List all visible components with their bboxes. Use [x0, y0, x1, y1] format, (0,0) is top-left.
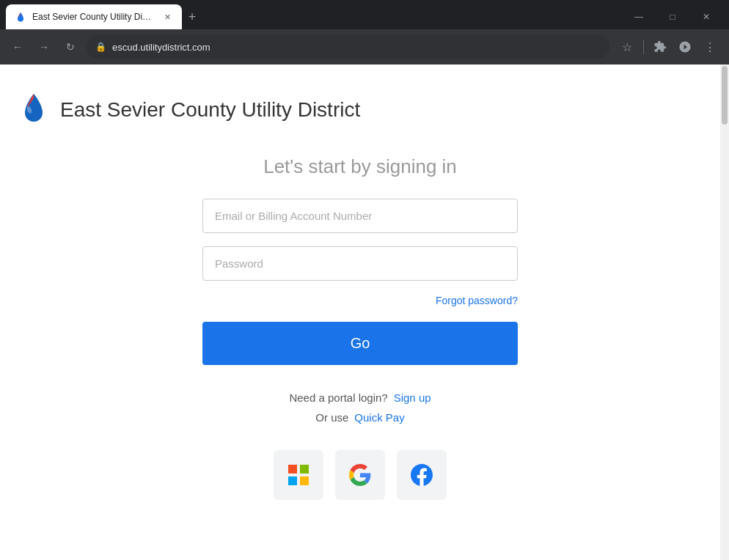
bookmark-button[interactable]: ☆ [615, 35, 639, 59]
toolbar-separator [643, 40, 644, 54]
tab-favicon [15, 11, 26, 23]
facebook-login-button[interactable] [397, 450, 447, 500]
microsoft-icon [288, 465, 309, 485]
water-drop-logo [18, 91, 50, 129]
page-content: East Sevier County Utility District Let'… [0, 65, 729, 560]
scrollbar[interactable] [720, 65, 729, 560]
signin-heading: Let's start by signing in [263, 155, 457, 178]
tab-bar: East Sevier County Utility Distri... ✕ +… [0, 0, 729, 29]
close-button[interactable]: ✕ [689, 2, 723, 32]
menu-button[interactable]: ⋮ [698, 35, 722, 59]
portal-text: Need a portal login? [289, 391, 387, 404]
signup-link[interactable]: Sign up [394, 391, 431, 404]
url-text: escud.utilitydistrict.com [112, 42, 210, 53]
window-controls: — □ ✕ [622, 2, 723, 32]
site-title: East Sevier County Utility District [60, 98, 360, 122]
forward-button[interactable]: → [34, 37, 54, 57]
email-input[interactable] [202, 199, 518, 233]
or-use-text: Or use [315, 411, 348, 424]
back-button[interactable]: ← [7, 37, 28, 57]
lock-icon: 🔒 [95, 42, 106, 52]
minimize-button[interactable]: — [622, 2, 656, 32]
login-container: Let's start by signing in Forgot passwor… [0, 141, 720, 522]
social-buttons [274, 450, 447, 500]
maximize-button[interactable]: □ [656, 2, 689, 32]
email-form-group [202, 199, 518, 233]
password-input[interactable] [202, 246, 518, 281]
portal-row: Need a portal login? Sign up [289, 391, 431, 404]
reload-button[interactable]: ↻ [60, 37, 81, 57]
site-header: East Sevier County Utility District [0, 79, 720, 141]
profile-button[interactable] [673, 35, 697, 59]
browser-chrome: East Sevier County Utility Distri... ✕ +… [0, 0, 729, 65]
tab-close-button[interactable]: ✕ [161, 11, 173, 23]
facebook-icon [411, 464, 433, 486]
microsoft-login-button[interactable] [274, 450, 323, 500]
tab-title: East Sevier County Utility Distri... [32, 12, 155, 22]
address-box[interactable]: 🔒 escud.utilitydistrict.com [87, 35, 609, 59]
address-bar-row: ← → ↻ 🔒 escud.utilitydistrict.com ☆ ⋮ [0, 29, 729, 65]
password-form-group [202, 246, 518, 281]
active-tab[interactable]: East Sevier County Utility Distri... ✕ [6, 4, 182, 29]
scrollbar-thumb[interactable] [722, 66, 728, 125]
main-content: East Sevier County Utility District Let'… [0, 65, 720, 537]
google-login-button[interactable] [335, 450, 385, 500]
quick-pay-link[interactable]: Quick Pay [354, 411, 404, 424]
extensions-button[interactable] [648, 35, 672, 59]
google-icon [349, 464, 371, 486]
toolbar-icons: ☆ ⋮ [615, 35, 722, 59]
go-button[interactable]: Go [202, 322, 518, 365]
forgot-password-row: Forgot password? [202, 294, 518, 307]
forgot-password-link[interactable]: Forgot password? [436, 295, 518, 306]
new-tab-button[interactable]: + [182, 7, 202, 27]
quick-pay-row: Or use Quick Pay [315, 411, 404, 424]
